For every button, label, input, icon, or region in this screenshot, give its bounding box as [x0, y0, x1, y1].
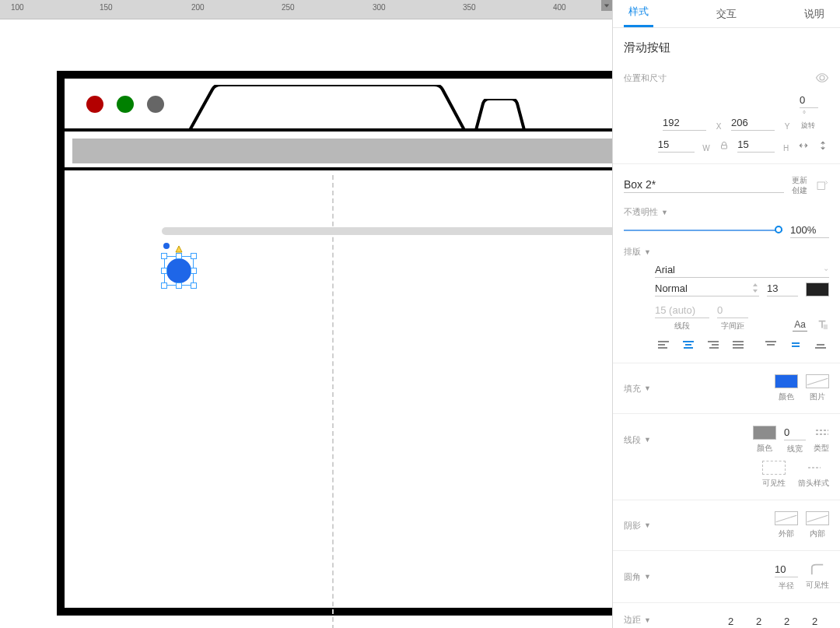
ruler-tick: 200: [191, 3, 205, 12]
selected-element[interactable]: [164, 256, 194, 286]
section-line[interactable]: 线段▼: [624, 434, 651, 446]
component-name[interactable]: Box 2*: [624, 178, 784, 193]
shadow-outer-swatch[interactable]: [775, 511, 798, 525]
input-x[interactable]: [663, 115, 706, 131]
fill-color-swatch[interactable]: [775, 374, 798, 388]
browser-address-bar: [65, 132, 612, 170]
svg-marker-0: [604, 4, 609, 7]
main-canvas-area: 100 150 200 250 300 350 400: [0, 0, 612, 628]
letterspacing-input[interactable]: [717, 303, 748, 318]
lineheight-input[interactable]: [655, 303, 709, 318]
design-canvas[interactable]: [0, 19, 612, 628]
browser-tab-bar: [65, 79, 612, 132]
input-rotation[interactable]: [800, 93, 818, 108]
traffic-light-close-icon: [86, 96, 103, 113]
align-center-button[interactable]: [680, 338, 697, 352]
svg-rect-3: [817, 182, 824, 189]
resize-handle-w[interactable]: [161, 268, 167, 274]
flip-v-icon[interactable]: [817, 139, 829, 153]
horizontal-ruler: 100 150 200 250 300 350 400: [0, 0, 612, 19]
tab-description[interactable]: 说明: [800, 1, 829, 27]
shadow-inner-swatch[interactable]: [806, 511, 829, 525]
valign-top-button[interactable]: [762, 338, 779, 352]
resize-handle-sw[interactable]: [161, 282, 167, 289]
input-width[interactable]: [658, 137, 695, 153]
opacity-input[interactable]: [790, 223, 829, 238]
browser-frame-widget[interactable]: [57, 71, 612, 616]
connection-point-icon[interactable]: [163, 243, 170, 249]
section-typography[interactable]: 排版▼: [624, 238, 829, 262]
ruler-tick: 250: [282, 3, 295, 12]
label-x: X: [714, 122, 723, 131]
input-y[interactable]: [731, 115, 775, 131]
browser-newtab-icon: [474, 99, 527, 130]
tab-interaction[interactable]: 交互: [712, 1, 741, 27]
resize-handle-ne[interactable]: [191, 253, 197, 259]
align-right-button[interactable]: [705, 338, 722, 352]
section-corner[interactable]: 圆角▼: [624, 571, 651, 583]
padding-top-input[interactable]: [756, 614, 773, 628]
font-family-select[interactable]: Arial⌄: [655, 262, 829, 278]
padding-right-input[interactable]: [784, 614, 801, 628]
canvas-guide-vertical: [332, 175, 334, 628]
line-visibility-icon[interactable]: [762, 461, 786, 475]
lock-aspect-icon[interactable]: [718, 139, 730, 153]
align-left-button[interactable]: [655, 338, 672, 352]
svg-marker-5: [753, 289, 758, 293]
browser-tab-icon: [185, 85, 465, 132]
label-h: H: [782, 144, 790, 153]
browser-content: [65, 170, 612, 628]
resize-handle-nw[interactable]: [161, 253, 167, 259]
input-height[interactable]: [737, 137, 774, 153]
flip-h-icon[interactable]: [798, 139, 810, 153]
line-color-swatch[interactable]: [753, 426, 776, 440]
text-options-icon[interactable]: [815, 318, 829, 332]
font-color-swatch[interactable]: [806, 282, 829, 296]
svg-rect-2: [721, 146, 726, 149]
resize-handle-s[interactable]: [176, 282, 182, 289]
ruler-menu-dropdown[interactable]: [601, 0, 612, 11]
resize-handle-e[interactable]: [191, 268, 197, 274]
inspector-panel: 样式 交互 说明 滑动按钮 位置和尺寸 X Y ° 旋转 W: [612, 0, 840, 628]
ruler-tick: 150: [100, 3, 113, 12]
fill-image-swatch[interactable]: [806, 374, 829, 388]
padding-left-input[interactable]: [728, 614, 745, 628]
browser-address-input[interactable]: [72, 139, 612, 163]
corner-visibility-icon[interactable]: [810, 563, 824, 577]
inspector-body: 滑动按钮 位置和尺寸 X Y ° 旋转 W H: [613, 28, 840, 628]
resize-handle-se[interactable]: [191, 282, 197, 289]
line-width-input[interactable]: [784, 425, 806, 440]
slider-thumb-widget[interactable]: [166, 258, 191, 283]
valign-middle-button[interactable]: [787, 338, 804, 352]
line-type-icon[interactable]: [814, 426, 828, 440]
section-position-size[interactable]: 位置和尺寸: [624, 63, 829, 89]
visibility-toggle-icon[interactable]: [815, 71, 829, 85]
inspector-tabs: 样式 交互 说明: [613, 0, 840, 28]
section-fill[interactable]: 填充▼: [624, 383, 651, 395]
traffic-light-max-icon: [147, 96, 164, 113]
widget-title: 滑动按钮: [624, 28, 829, 63]
slider-track-widget[interactable]: [162, 227, 612, 235]
resize-handle-n[interactable]: [176, 253, 182, 259]
svg-marker-1: [176, 246, 182, 252]
component-settings-icon[interactable]: [815, 178, 829, 192]
corner-radius-input[interactable]: [775, 562, 798, 577]
font-weight-select[interactable]: Normal: [655, 281, 759, 296]
label-y: Y: [782, 122, 792, 131]
section-opacity[interactable]: 不透明性▼: [624, 198, 829, 223]
section-padding[interactable]: 边距▼: [624, 614, 651, 626]
font-size-input[interactable]: [767, 281, 798, 296]
tab-style[interactable]: 样式: [624, 0, 653, 27]
opacity-slider[interactable]: [624, 229, 782, 232]
ruler-tick: 300: [373, 3, 386, 12]
arrow-style-icon[interactable]: [807, 461, 821, 475]
section-shadow[interactable]: 阴影▼: [624, 520, 651, 532]
padding-bottom-input[interactable]: [812, 614, 829, 628]
ruler-tick: 350: [463, 3, 476, 12]
update-create-link[interactable]: 更新创建: [792, 175, 807, 195]
label-rotation: 旋转: [800, 121, 815, 129]
traffic-light-min-icon: [117, 96, 134, 113]
text-transform-button[interactable]: Aa: [793, 319, 807, 332]
valign-bottom-button[interactable]: [812, 338, 829, 352]
align-justify-button[interactable]: [730, 338, 747, 352]
